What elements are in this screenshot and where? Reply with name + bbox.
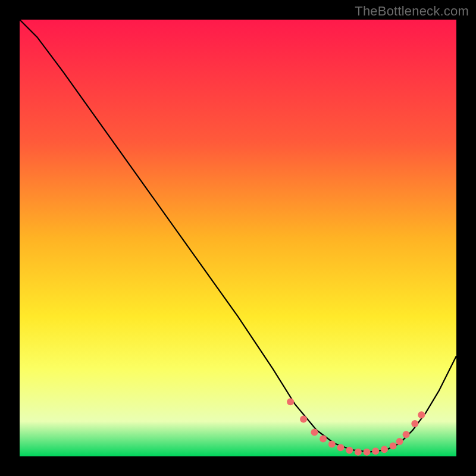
valley-marker: [381, 446, 388, 453]
gradient-plot-area: [20, 20, 456, 456]
valley-marker: [403, 431, 410, 438]
valley-marker: [328, 440, 336, 447]
valley-marker: [320, 436, 327, 443]
valley-marker: [300, 416, 307, 423]
valley-marker: [411, 420, 418, 427]
valley-marker: [364, 449, 371, 456]
watermark-text: TheBottleneck.com: [355, 4, 469, 19]
valley-marker: [346, 447, 353, 454]
valley-marker: [396, 438, 403, 445]
valley-marker: [311, 429, 318, 436]
valley-marker: [287, 398, 294, 405]
chart-canvas: [0, 0, 476, 476]
valley-marker: [337, 444, 345, 451]
valley-marker: [418, 411, 425, 418]
valley-marker: [355, 449, 362, 456]
valley-marker: [372, 447, 379, 455]
valley-marker: [390, 442, 397, 449]
